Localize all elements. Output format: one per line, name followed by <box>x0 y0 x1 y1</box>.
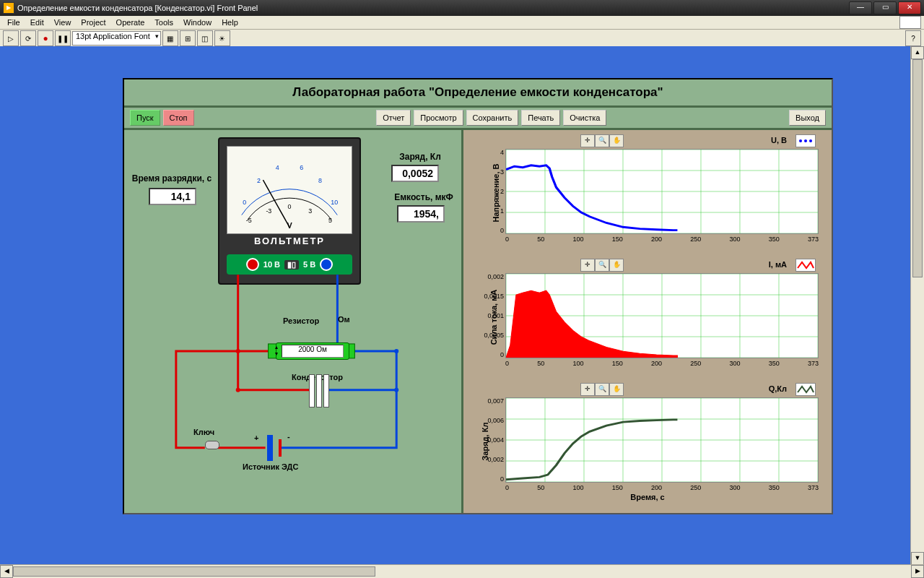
resistor-value[interactable]: 2000 Ом <box>282 345 344 358</box>
chart-pan-icon[interactable]: ✋ <box>609 259 624 272</box>
lab-panel: Лабораторная работа "Определение емкости… <box>123 78 833 514</box>
menu-help[interactable]: Help <box>217 17 243 28</box>
charge-label: Заряд, Кл <box>384 152 456 162</box>
chart-voltage: ✛ 🔍 ✋ U, В Напряжение, В 43210 <box>465 131 830 254</box>
voltmeter: 024 6810 -5-30 35 V <box>218 137 361 285</box>
panel-toolbar: Пуск Стоп Отчет Просмотр Сохранить Печат… <box>124 108 832 130</box>
charge-value: 0,0052 <box>391 165 439 182</box>
help-button[interactable]: ? <box>905 30 921 46</box>
chart2-plot[interactable] <box>505 273 819 358</box>
run-button[interactable]: ▷ <box>3 30 19 46</box>
menu-tools[interactable]: Tools <box>150 17 178 28</box>
titlebar: ▶ Определение емкости конденсатора [Конд… <box>0 0 924 16</box>
plus-label: + <box>254 434 258 442</box>
save-button[interactable]: Сохранить <box>466 110 519 126</box>
svg-text:10: 10 <box>331 199 338 206</box>
svg-text:8: 8 <box>318 177 322 184</box>
exit-button[interactable]: Выход <box>789 110 826 126</box>
abort-button[interactable]: ● <box>38 30 53 46</box>
menu-edit[interactable]: Edit <box>26 17 48 28</box>
voltmeter-dial: 024 6810 -5-30 35 V <box>227 146 352 234</box>
chart1-plot[interactable] <box>505 149 819 234</box>
font-selector[interactable]: 13pt Application Font <box>72 31 161 46</box>
distribute-button[interactable]: ⊞ <box>180 30 196 46</box>
resistor-label: Резистор <box>283 316 319 325</box>
voltmeter-red-jack-icon <box>246 258 259 271</box>
chart-legend-icon[interactable] <box>796 134 816 147</box>
svg-text:-5: -5 <box>246 217 252 224</box>
svg-text:3: 3 <box>308 207 312 215</box>
capacity-value: 1954, <box>397 205 445 223</box>
vi-icon[interactable] <box>899 16 921 29</box>
voltmeter-range: 10 В ▮▯ 5 В <box>227 254 352 275</box>
chart-crosshair-icon[interactable]: ✛ <box>580 383 595 396</box>
time-label: Время разрядки, с <box>128 173 215 184</box>
time-value: 14,1 <box>149 188 196 205</box>
resize-button[interactable]: ◫ <box>197 30 213 46</box>
chart2-xticks: 050100150200250300350373 <box>505 360 819 367</box>
switch-toggle[interactable] <box>205 441 219 449</box>
svg-text:2: 2 <box>257 177 261 184</box>
menu-project[interactable]: Project <box>77 17 110 28</box>
report-button[interactable]: Отчет <box>376 110 411 126</box>
svg-text:6: 6 <box>300 164 303 171</box>
menu-view[interactable]: View <box>50 17 76 28</box>
toolbar: ▷ ⟳ ● ❚❚ 13pt Application Font ▦ ⊞ ◫ ☀ ? <box>0 30 924 48</box>
svg-point-13 <box>236 388 240 392</box>
chart3-plot[interactable] <box>505 397 819 483</box>
chart-current: ✛ 🔍 ✋ I, мА Сила тока, мА 0,0020,00150,0… <box>465 256 830 379</box>
resistor-unit: Ом <box>338 315 350 324</box>
chart-zoom-icon[interactable]: 🔍 <box>595 383 609 396</box>
resistor-stepper[interactable]: ▲▼ <box>273 344 280 357</box>
chart3-yticks: 0,0070,0060,0040,0020 <box>478 397 504 483</box>
source-pos-icon <box>279 439 282 457</box>
chart1-xticks: 050100150200250300350373 <box>505 236 819 243</box>
maximize-button[interactable]: ▭ <box>873 1 897 14</box>
source-neg-icon <box>267 435 273 461</box>
close-button[interactable]: ✕ <box>898 1 921 14</box>
switch-label: Ключ <box>193 428 214 436</box>
start-button[interactable]: Пуск <box>130 110 160 126</box>
chart-legend-icon[interactable] <box>796 259 816 272</box>
menu-operate[interactable]: Operate <box>112 17 149 28</box>
chart1-yticks: 43210 <box>478 149 504 234</box>
stop-button[interactable]: Стоп <box>163 110 194 126</box>
pause-button[interactable]: ❚❚ <box>55 30 71 46</box>
svg-text:-3: -3 <box>266 207 271 215</box>
menubar: File Edit View Project Operate Tools Win… <box>0 16 924 30</box>
chart-crosshair-icon[interactable]: ✛ <box>580 259 595 272</box>
svg-point-12 <box>236 349 240 353</box>
reorder-button[interactable]: ☀ <box>214 30 230 46</box>
chart-legend-icon[interactable] <box>796 383 816 396</box>
svg-point-18 <box>799 139 802 142</box>
print-button[interactable]: Печать <box>521 110 560 126</box>
voltmeter-label: ВОЛЬТМЕТР <box>219 236 359 246</box>
svg-point-14 <box>394 349 398 353</box>
chart2-yticks: 0,0020,00150,0010,00050 <box>478 273 504 358</box>
vertical-scrollbar[interactable]: ▲▼ <box>910 46 924 565</box>
svg-text:5: 5 <box>328 217 332 224</box>
align-button[interactable]: ▦ <box>162 30 178 46</box>
minimize-button[interactable]: — <box>849 1 872 14</box>
chart-pan-icon[interactable]: ✋ <box>609 383 624 396</box>
source-label: Источник ЭДС <box>243 462 298 471</box>
minus-label: - <box>287 432 290 441</box>
menu-file[interactable]: File <box>3 17 25 28</box>
chart-charge: ✛ 🔍 ✋ Q,Кл Заряд, Кл 0,0070,0060,0040,00… <box>465 380 830 503</box>
chart3-xticks: 050100150200250300350373 <box>505 484 819 491</box>
clear-button[interactable]: Очистка <box>563 110 606 126</box>
horizontal-scrollbar[interactable]: ◀▶ <box>0 564 924 578</box>
menu-window[interactable]: Window <box>179 17 216 28</box>
front-panel-canvas: Лабораторная работа "Определение емкости… <box>0 46 911 565</box>
svg-text:4: 4 <box>276 164 279 171</box>
svg-point-20 <box>809 139 812 142</box>
chart-crosshair-icon[interactable]: ✛ <box>580 134 595 147</box>
app-icon: ▶ <box>3 2 14 14</box>
chart-zoom-icon[interactable]: 🔍 <box>595 134 609 147</box>
run-continuous-button[interactable]: ⟳ <box>20 30 36 46</box>
chart-zoom-icon[interactable]: 🔍 <box>595 259 609 272</box>
voltmeter-toggle[interactable]: ▮▯ <box>284 260 299 269</box>
preview-button[interactable]: Просмотр <box>414 110 463 126</box>
svg-text:0: 0 <box>243 199 246 206</box>
chart-pan-icon[interactable]: ✋ <box>609 134 624 147</box>
